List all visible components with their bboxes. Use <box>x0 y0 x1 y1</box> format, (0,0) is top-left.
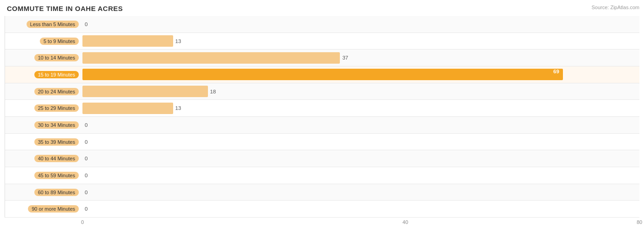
bar-value: 13 <box>175 105 181 111</box>
source-label: Source: ZipAtlas.com <box>591 5 639 10</box>
chart-container: COMMUTE TIME IN OAHE ACRES Source: ZipAt… <box>0 0 644 240</box>
bar-value: 37 <box>342 55 348 60</box>
bar-label-pill: 10 to 14 Minutes <box>34 54 79 61</box>
bar-row: 15 to 19 Minutes69 <box>5 66 639 83</box>
chart-title: COMMUTE TIME IN OAHE ACRES <box>5 5 639 12</box>
bar-label-pill: 30 to 34 Minutes <box>34 121 79 129</box>
bar-label: 35 to 39 Minutes <box>5 138 82 146</box>
bar-label-pill: 20 to 24 Minutes <box>34 88 79 95</box>
x-axis-tick: 80 <box>637 219 642 225</box>
bar-label: 30 to 34 Minutes <box>5 121 82 129</box>
bar-value: 69 <box>553 69 559 74</box>
bar-label: 5 to 9 Minutes <box>5 38 82 45</box>
bar-track: 69 <box>82 66 639 83</box>
bar-row: 60 to 89 Minutes0 <box>5 184 639 201</box>
bar-fill <box>82 35 173 47</box>
bar-row: Less than 5 Minutes0 <box>5 16 639 33</box>
bar-label: 10 to 14 Minutes <box>5 54 82 61</box>
bar-track: 13 <box>82 33 639 49</box>
bar-row: 20 to 24 Minutes18 <box>5 83 639 100</box>
bar-label-pill: 5 to 9 Minutes <box>40 38 79 45</box>
bar-fill <box>82 52 340 64</box>
bar-label: 20 to 24 Minutes <box>5 88 82 95</box>
bar-value: 0 <box>85 22 87 27</box>
bar-row: 90 or more Minutes0 <box>5 201 639 218</box>
bar-fill: 69 <box>82 69 563 80</box>
bar-row: 25 to 29 Minutes13 <box>5 100 639 117</box>
bar-label: 15 to 19 Minutes <box>5 71 82 78</box>
bar-value: 0 <box>85 190 87 195</box>
bar-label: 90 or more Minutes <box>5 205 82 213</box>
bar-value: 13 <box>175 38 181 44</box>
bar-label: Less than 5 Minutes <box>5 21 82 28</box>
bar-value: 18 <box>210 89 216 94</box>
bar-track: 0 <box>82 117 639 133</box>
bar-label: 45 to 59 Minutes <box>5 172 82 179</box>
bar-label-pill: 45 to 59 Minutes <box>34 172 79 179</box>
bar-value: 0 <box>85 206 87 212</box>
bar-label-pill: 60 to 89 Minutes <box>34 189 79 196</box>
bar-row: 35 to 39 Minutes0 <box>5 134 639 151</box>
x-axis-tick: 0 <box>81 219 84 225</box>
bar-label: 60 to 89 Minutes <box>5 189 82 196</box>
bar-track: 0 <box>82 134 639 150</box>
bar-label: 40 to 44 Minutes <box>5 155 82 162</box>
bar-label-pill: 35 to 39 Minutes <box>34 138 79 146</box>
bar-track: 0 <box>82 150 639 167</box>
bar-fill <box>82 86 208 97</box>
bar-row: 40 to 44 Minutes0 <box>5 150 639 167</box>
bar-label-pill: 25 to 29 Minutes <box>34 104 79 112</box>
bar-track: 0 <box>82 16 639 33</box>
bar-track: 0 <box>82 184 639 201</box>
bar-value: 0 <box>85 173 87 178</box>
bar-label-pill: Less than 5 Minutes <box>27 21 79 28</box>
bar-value: 0 <box>85 122 87 128</box>
bar-row: 10 to 14 Minutes37 <box>5 49 639 66</box>
bar-fill <box>82 103 173 114</box>
bar-track: 0 <box>82 167 639 184</box>
bar-label-pill: 40 to 44 Minutes <box>34 155 79 162</box>
x-axis-tick: 40 <box>403 219 408 225</box>
bar-track: 13 <box>82 100 639 116</box>
bar-row: 30 to 34 Minutes0 <box>5 117 639 134</box>
bar-label-pill: 90 or more Minutes <box>28 205 79 213</box>
bar-track: 0 <box>82 201 639 217</box>
chart-area: Less than 5 Minutes05 to 9 Minutes1310 t… <box>5 16 639 219</box>
bar-value: 0 <box>85 156 87 161</box>
bar-row: 45 to 59 Minutes0 <box>5 167 639 184</box>
bar-label-pill: 15 to 19 Minutes <box>34 71 79 78</box>
bar-label: 25 to 29 Minutes <box>5 104 82 112</box>
bar-row: 5 to 9 Minutes13 <box>5 33 639 50</box>
bar-value: 0 <box>85 139 87 145</box>
bar-track: 18 <box>82 83 639 100</box>
bars-section: Less than 5 Minutes05 to 9 Minutes1310 t… <box>5 16 639 218</box>
bar-track: 37 <box>82 49 639 66</box>
